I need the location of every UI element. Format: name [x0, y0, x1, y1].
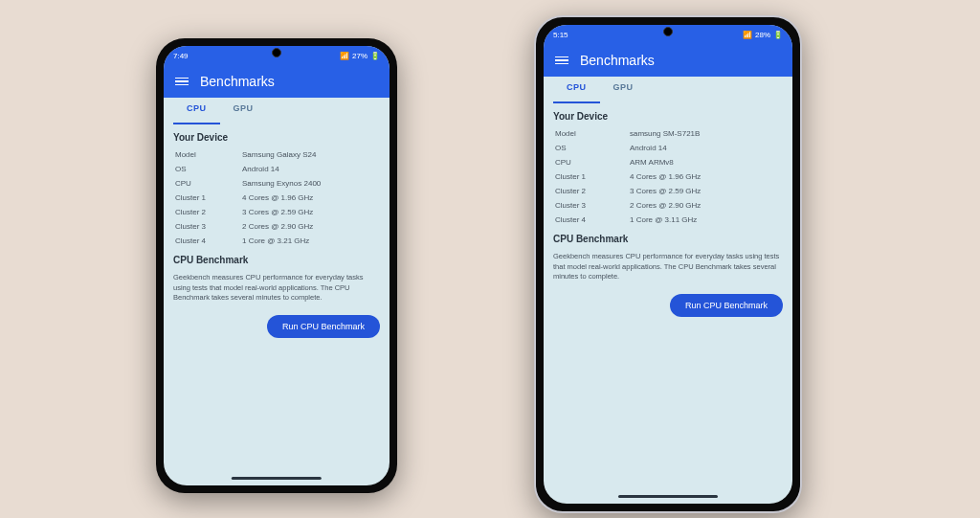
- spec-row: CPUARM ARMv8: [553, 158, 783, 167]
- app-title: Benchmarks: [200, 74, 275, 89]
- spec-label: Cluster 3: [555, 201, 630, 210]
- spec-label: Cluster 1: [555, 172, 630, 181]
- spec-label: Model: [555, 129, 630, 138]
- spec-value: 2 Cores @ 2.90 GHz: [630, 201, 783, 210]
- benchmark-description: Geekbench measures CPU performance for e…: [173, 273, 380, 304]
- spec-label: Cluster 2: [175, 208, 242, 216]
- spec-row: Modelsamsung SM-S721B: [553, 129, 783, 138]
- screen: 7:49 📶 27% 🔋 Benchmarks CPU GPU Your Dev…: [164, 46, 390, 485]
- section-title-benchmark: CPU Benchmark: [553, 234, 783, 244]
- spec-row: Cluster 23 Cores @ 2.59 GHz: [173, 208, 380, 216]
- tab-cpu[interactable]: CPU: [173, 98, 220, 124]
- battery-text: 28%: [755, 31, 770, 39]
- spec-value: Android 14: [630, 144, 783, 152]
- spec-value: Samsung Exynos 2400: [242, 179, 380, 188]
- app-title: Benchmarks: [580, 53, 655, 68]
- status-time: 7:49: [173, 52, 189, 60]
- spec-value: Samsung Galaxy S24: [242, 150, 380, 159]
- tab-gpu[interactable]: GPU: [220, 98, 267, 124]
- spec-value: 4 Cores @ 1.96 GHz: [242, 193, 380, 202]
- benchmark-description: Geekbench measures CPU performance for e…: [553, 252, 783, 282]
- spec-value: ARM ARMv8: [630, 158, 783, 167]
- signal-icon: 📶: [743, 31, 752, 39]
- content-area: Your Device ModelSamsung Galaxy S24 OSAn…: [164, 124, 390, 485]
- spec-value: 1 Core @ 3.11 GHz: [630, 215, 783, 224]
- camera-punch-hole: [663, 27, 673, 36]
- nav-bar-handle[interactable]: [618, 495, 718, 498]
- spec-value: Android 14: [242, 165, 380, 173]
- spec-row: Cluster 32 Cores @ 2.90 GHz: [553, 201, 783, 210]
- section-title-device: Your Device: [173, 132, 380, 143]
- spec-label: OS: [175, 165, 242, 173]
- screen: 5:15 📶 28% 🔋 Benchmarks CPU GPU Your Dev…: [544, 25, 792, 504]
- spec-label: Cluster 4: [555, 215, 630, 224]
- spec-value: 3 Cores @ 2.59 GHz: [630, 187, 783, 195]
- button-container: Run CPU Benchmark: [173, 315, 380, 338]
- benchmark-card: CPU Benchmark Geekbench measures CPU per…: [553, 234, 783, 317]
- spec-row: OSAndroid 14: [553, 144, 783, 152]
- phone-device-left: 7:49 📶 27% 🔋 Benchmarks CPU GPU Your Dev…: [156, 38, 397, 493]
- spec-value: 1 Core @ 3.21 GHz: [242, 236, 380, 245]
- spec-value: 4 Cores @ 1.96 GHz: [630, 172, 783, 181]
- spec-row: OSAndroid 14: [173, 165, 380, 173]
- spec-label: CPU: [555, 158, 630, 167]
- spec-row: Cluster 41 Core @ 3.11 GHz: [553, 215, 783, 224]
- run-cpu-benchmark-button[interactable]: Run CPU Benchmark: [670, 294, 783, 317]
- spec-row: Cluster 14 Cores @ 1.96 GHz: [553, 172, 783, 181]
- spec-label: Model: [175, 150, 242, 159]
- battery-icon: 🔋: [370, 52, 380, 60]
- button-container: Run CPU Benchmark: [553, 294, 783, 317]
- run-cpu-benchmark-button[interactable]: Run CPU Benchmark: [267, 315, 380, 338]
- spec-value: samsung SM-S721B: [630, 129, 783, 138]
- status-time: 5:15: [553, 31, 568, 39]
- battery-text: 27%: [352, 52, 368, 60]
- status-right: 📶 28% 🔋: [743, 31, 783, 39]
- app-bar: Benchmarks: [164, 65, 390, 98]
- device-info-card: Your Device ModelSamsung Galaxy S24 OSAn…: [173, 132, 380, 245]
- tab-bar: CPU GPU: [544, 77, 792, 103]
- tab-cpu[interactable]: CPU: [553, 77, 600, 103]
- camera-punch-hole: [272, 48, 281, 57]
- spec-label: OS: [555, 144, 630, 152]
- spec-label: Cluster 1: [175, 193, 242, 202]
- tab-gpu[interactable]: GPU: [600, 77, 647, 103]
- spec-row: Cluster 41 Core @ 3.21 GHz: [173, 236, 380, 245]
- spec-label: Cluster 2: [555, 187, 630, 195]
- phone-device-right: 5:15 📶 28% 🔋 Benchmarks CPU GPU Your Dev…: [534, 15, 802, 513]
- nav-bar-handle[interactable]: [232, 477, 322, 480]
- spec-value: 3 Cores @ 2.59 GHz: [242, 208, 380, 216]
- content-area: Your Device Modelsamsung SM-S721B OSAndr…: [544, 103, 792, 504]
- status-right: 📶 27% 🔋: [340, 52, 380, 60]
- device-info-card: Your Device Modelsamsung SM-S721B OSAndr…: [553, 111, 783, 224]
- app-bar: Benchmarks: [544, 44, 792, 77]
- benchmark-card: CPU Benchmark Geekbench measures CPU per…: [173, 255, 380, 338]
- spec-label: Cluster 4: [175, 236, 242, 245]
- menu-icon[interactable]: [555, 56, 568, 65]
- tab-bar: CPU GPU: [164, 98, 390, 124]
- spec-row: Cluster 14 Cores @ 1.96 GHz: [173, 193, 380, 202]
- spec-row: CPUSamsung Exynos 2400: [173, 179, 380, 188]
- signal-icon: 📶: [340, 52, 349, 60]
- spec-row: Cluster 23 Cores @ 2.59 GHz: [553, 187, 783, 195]
- spec-label: Cluster 3: [175, 222, 242, 231]
- spec-value: 2 Cores @ 2.90 GHz: [242, 222, 380, 231]
- spec-row: Cluster 32 Cores @ 2.90 GHz: [173, 222, 380, 231]
- menu-icon[interactable]: [175, 78, 189, 86]
- spec-row: ModelSamsung Galaxy S24: [173, 150, 380, 159]
- battery-icon: 🔋: [773, 31, 783, 39]
- section-title-device: Your Device: [553, 111, 783, 122]
- section-title-benchmark: CPU Benchmark: [173, 255, 380, 265]
- spec-label: CPU: [175, 179, 242, 188]
